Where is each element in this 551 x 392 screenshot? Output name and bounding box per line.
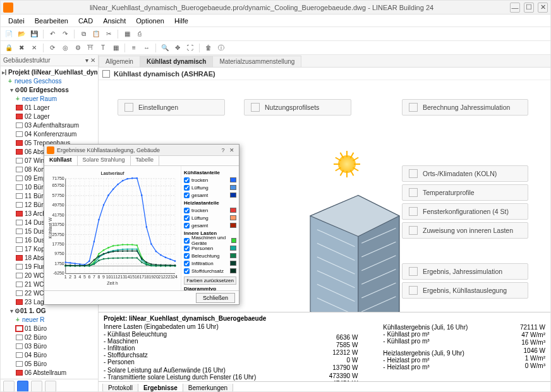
tree-row[interactable]: +neues Geschoss bbox=[2, 76, 98, 85]
rotate-icon[interactable]: ⟳ bbox=[47, 42, 58, 54]
tree-row[interactable]: ▾⚙ 00 Erdgeschoss bbox=[2, 85, 98, 94]
tree-row[interactable]: 03 Aufenthaltsraum bbox=[2, 121, 98, 129]
btn-einstellungen[interactable]: Einstellungen bbox=[118, 99, 225, 116]
tree-row[interactable]: 04 Büro bbox=[2, 350, 98, 359]
menu-optionen[interactable]: Optionen bbox=[131, 16, 169, 26]
align-left-icon[interactable]: ≡ bbox=[128, 42, 140, 54]
legend-cb-gesamt[interactable] bbox=[184, 193, 190, 198]
dialog-close-footer-button[interactable]: Schließen bbox=[196, 293, 235, 303]
legend-cb-lueftung[interactable] bbox=[184, 185, 190, 191]
layers-icon[interactable]: ▦ bbox=[121, 28, 133, 40]
svg-point-203 bbox=[150, 263, 152, 265]
view-detail-icon[interactable] bbox=[45, 381, 56, 392]
btn-temperaturprofile[interactable]: Temperaturprofile bbox=[402, 184, 528, 201]
btn-innere-lasten[interactable]: Zuweisung von inneren Lasten bbox=[402, 222, 528, 239]
results-tab-ergebnisse[interactable]: Ergebnisse bbox=[138, 384, 183, 392]
menu-hilfe[interactable]: Hilfe bbox=[169, 16, 193, 26]
center-icon[interactable]: ↔ bbox=[141, 42, 152, 54]
menu-bearbeiten[interactable]: Bearbeiten bbox=[30, 16, 73, 26]
target-icon[interactable]: ◎ bbox=[59, 42, 71, 54]
info-icon[interactable]: ⓘ bbox=[215, 42, 227, 54]
btn-ergebnis-jahres[interactable]: Ergebnis, Jahressimulation bbox=[402, 263, 528, 280]
legend-cb-infiltration[interactable] bbox=[184, 261, 190, 266]
dialog-tab-kuehllast[interactable]: Kühllast bbox=[44, 156, 78, 165]
tree-row[interactable]: ▸Projekt (liNear_Kuehllast_dynamis bbox=[2, 68, 98, 76]
svg-point-178 bbox=[146, 264, 148, 266]
tree-row[interactable]: 06 Abstellraum bbox=[2, 368, 98, 377]
dialog-titlebar[interactable]: Ergebnisse Kühllastauslegung, Gebäude ? … bbox=[44, 145, 239, 156]
trash-icon[interactable]: 🗑 bbox=[203, 42, 214, 54]
table-icon[interactable]: ▦ bbox=[110, 42, 121, 54]
print-icon[interactable]: ⎙ bbox=[134, 28, 145, 40]
close-panel-icon[interactable]: ✕ bbox=[28, 42, 40, 54]
btn-nutzungsprofilsets[interactable]: Nutzungsprofilsets bbox=[244, 99, 351, 116]
dialog-close-button[interactable]: ✕ bbox=[227, 146, 236, 155]
tree-row[interactable]: +neuer Raum bbox=[2, 94, 98, 103]
view-tree-icon[interactable] bbox=[17, 381, 28, 392]
menu-ansicht[interactable]: Ansicht bbox=[98, 16, 131, 26]
legend-cb-maschinen[interactable] bbox=[184, 238, 190, 244]
maximize-button[interactable]: ☐ bbox=[524, 3, 534, 13]
svg-point-199 bbox=[131, 250, 133, 252]
save-icon[interactable]: 💾 bbox=[28, 28, 40, 40]
sidebar-pin-icon[interactable]: ▾ ✕ bbox=[85, 57, 95, 64]
legend-cb-h-trocken[interactable] bbox=[184, 208, 190, 213]
profile-icon bbox=[251, 103, 260, 112]
menu-cad[interactable]: CAD bbox=[73, 16, 98, 26]
reset-colors-button[interactable]: Farben zurücksetzen bbox=[184, 276, 236, 285]
tree-row[interactable]: 02 Lager bbox=[2, 112, 98, 121]
undo-icon[interactable]: ↶ bbox=[47, 28, 58, 40]
svg-point-174 bbox=[126, 257, 128, 259]
pan-icon[interactable]: ✥ bbox=[172, 42, 183, 54]
lock-icon[interactable]: 🔒 bbox=[3, 42, 15, 54]
tree-row[interactable]: 01 Büro bbox=[2, 324, 98, 333]
menu-datei[interactable]: Datei bbox=[3, 16, 30, 26]
svg-text:3: 3 bbox=[74, 275, 76, 279]
delete-icon[interactable]: ✖ bbox=[16, 42, 27, 54]
svg-point-190 bbox=[88, 264, 90, 266]
legend-cb-personen[interactable] bbox=[184, 246, 190, 251]
open-icon[interactable]: 📂 bbox=[16, 28, 27, 40]
legend-cb-beleuchtung[interactable] bbox=[184, 253, 190, 259]
dialog-tab-solar[interactable]: Solare Strahlung bbox=[78, 156, 131, 165]
view-grid-icon[interactable] bbox=[31, 381, 42, 392]
cut-icon[interactable]: ✂ bbox=[103, 28, 114, 40]
new-icon[interactable]: 📄 bbox=[3, 28, 15, 40]
fit-icon[interactable]: ⛶ bbox=[185, 42, 196, 54]
close-window-button[interactable]: ✕ bbox=[538, 3, 548, 13]
tree-row[interactable]: 02 Büro bbox=[2, 333, 98, 342]
tree-row[interactable]: 05 Büro bbox=[2, 359, 98, 368]
legend-cb-h-lueftung[interactable] bbox=[184, 215, 190, 221]
legend-cb-h-gesamt[interactable] bbox=[184, 223, 190, 229]
tree-row[interactable]: 03 Büro bbox=[2, 342, 98, 350]
tree-row[interactable]: 01 Lager bbox=[2, 103, 98, 112]
tab-material[interactable]: Materialzusammenstellung bbox=[212, 56, 301, 67]
minimize-button[interactable]: — bbox=[510, 3, 520, 13]
tree-row[interactable]: +neuer R bbox=[2, 315, 98, 324]
gear-icon[interactable]: ⚙ bbox=[72, 42, 83, 54]
dialog-help-button[interactable]: ? bbox=[219, 146, 227, 155]
dialog-tab-tabelle[interactable]: Tabelle bbox=[131, 156, 160, 165]
btn-ergebnis-kuehllast[interactable]: Ergebnis, Kühllastauslegung bbox=[402, 282, 528, 299]
svg-point-177 bbox=[141, 261, 143, 263]
tree-row[interactable]: ▾⚙ 01 1. OG bbox=[2, 306, 98, 315]
tab-allgemein[interactable]: Allgemein bbox=[99, 56, 140, 67]
text-icon[interactable]: T bbox=[97, 42, 109, 54]
btn-jahressimulation[interactable]: Berechnung Jahressimulation bbox=[402, 99, 528, 116]
svg-text:71750: 71750 bbox=[52, 176, 64, 181]
zoom-icon[interactable]: 🔍 bbox=[159, 42, 171, 54]
results-tab-bemerkungen[interactable]: Bemerkungen bbox=[183, 384, 233, 392]
results-tab-protokoll[interactable]: Protokoll bbox=[102, 384, 138, 392]
copy-icon[interactable]: ⧉ bbox=[78, 28, 89, 40]
view-list-icon[interactable] bbox=[3, 381, 15, 392]
tree-row[interactable]: 04 Konferenzraum bbox=[2, 129, 98, 138]
door-icon[interactable]: ⛩ bbox=[85, 42, 96, 54]
legend-cb-stoff[interactable] bbox=[184, 268, 190, 274]
paste-icon[interactable]: 📋 bbox=[90, 28, 102, 40]
btn-fensterkonfig[interactable]: Fensterkonfigurationen (4 St) bbox=[402, 203, 528, 220]
legend-cb-trocken[interactable] bbox=[184, 177, 190, 183]
redo-icon[interactable]: ↷ bbox=[59, 28, 71, 40]
btn-ortsdaten[interactable]: Orts-/Klimadaten (KOLN) bbox=[402, 165, 528, 182]
results-tabs: Protokoll Ergebnisse Bemerkungen bbox=[99, 381, 550, 392]
tab-kuehllast[interactable]: Kühllast dynamisch bbox=[140, 56, 213, 67]
